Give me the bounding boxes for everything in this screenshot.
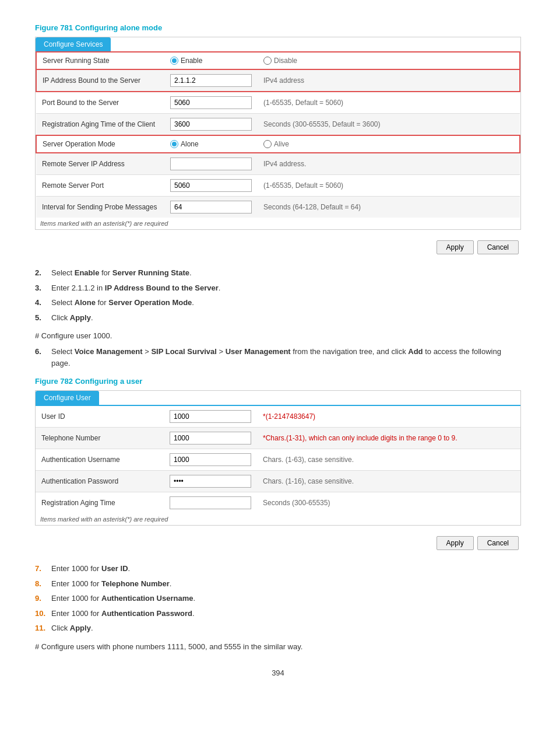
- row-input[interactable]: [164, 471, 257, 492]
- steps-before: 2. Select Enable for Server Running Stat…: [35, 267, 521, 323]
- row-hint: *Chars.(1-31), which can only include di…: [257, 428, 520, 449]
- table-row: Telephone Number *Chars.(1-31), which ca…: [36, 428, 520, 449]
- user-id-input[interactable]: [170, 410, 251, 423]
- figure781-tab: Configure Services: [36, 37, 111, 51]
- radio-alone[interactable]: [170, 140, 178, 148]
- steps-after: 7. Enter 1000 for User ID. 8. Enter 1000…: [35, 563, 521, 634]
- table-row: Port Bound to the Server (1-65535, Defau…: [36, 92, 520, 114]
- figure782-tab: Configure User: [36, 391, 99, 405]
- table-row: Registration Aging Time Seconds (300-655…: [36, 492, 520, 514]
- step-5: 5. Click Apply.: [35, 312, 521, 324]
- row-hint: (1-65535, Default = 5060): [258, 92, 520, 114]
- figure781-table: Server Running State Enable Disable: [36, 51, 520, 218]
- row-hint: *(1-2147483647): [257, 405, 520, 428]
- page-number: 394: [35, 668, 521, 677]
- telephone-input[interactable]: [170, 432, 251, 444]
- port-input[interactable]: [170, 96, 252, 109]
- table-row: IP Address Bound to the Server IPv4 addr…: [36, 69, 520, 92]
- step-7: 7. Enter 1000 for User ID.: [35, 563, 521, 575]
- figure781-title: Figure 781 Configuring alone mode: [35, 23, 521, 32]
- table-row: Server Operation Mode Alone Alive: [36, 135, 520, 153]
- table-row: User ID *(1-2147483647): [36, 405, 520, 428]
- row-hint: IPv4 address.: [258, 153, 520, 175]
- row-input[interactable]: [164, 92, 258, 114]
- auth-username-input[interactable]: [170, 453, 251, 466]
- remote-port-input[interactable]: [170, 179, 252, 192]
- figure781-button-row: Apply Cancel: [35, 236, 521, 259]
- radio-disable[interactable]: [263, 57, 272, 65]
- row-label: Port Bound to the Server: [36, 92, 164, 114]
- row-hint: Alive: [258, 135, 520, 153]
- figure782-footnote: Items marked with an asterisk(*) are req…: [36, 513, 520, 525]
- row-input[interactable]: [164, 197, 258, 218]
- figure782-button-row: Apply Cancel: [35, 531, 521, 555]
- table-row: Remote Server IP Address IPv4 address.: [36, 153, 520, 175]
- row-label: Authentication Username: [36, 449, 164, 471]
- figure781-apply-button[interactable]: Apply: [437, 240, 474, 254]
- row-label: Interval for Sending Probe Messages: [36, 197, 164, 218]
- table-row: Authentication Password Chars. (1-16), c…: [36, 471, 520, 492]
- auth-password-input[interactable]: [170, 475, 251, 488]
- figure782-cancel-button[interactable]: Cancel: [477, 536, 519, 550]
- row-label: Authentication Password: [36, 471, 164, 492]
- reg-aging-time-input[interactable]: [170, 496, 251, 509]
- row-hint: Seconds (64-128, Default = 64): [258, 197, 520, 218]
- table-row: Remote Server Port (1-65535, Default = 5…: [36, 175, 520, 197]
- row-label: Server Operation Mode: [36, 135, 164, 153]
- row-input[interactable]: [164, 428, 257, 449]
- figure781-table-wrapper: Configure Services Server Running State …: [35, 37, 521, 230]
- comment2: # Configure users with phone numbers 111…: [35, 642, 521, 651]
- row-input[interactable]: Enable: [164, 52, 258, 69]
- table-row: Interval for Sending Probe Messages Seco…: [36, 197, 520, 218]
- step-3: 3. Enter 2.1.1.2 in IP Address Bound to …: [35, 282, 521, 294]
- step-6: 6. Select Voice Management > SIP Local S…: [35, 346, 521, 369]
- row-hint: Chars. (1-63), case sensitive.: [257, 449, 520, 471]
- row-input[interactable]: [164, 449, 257, 471]
- table-row: Registration Aging Time of the Client Se…: [36, 114, 520, 136]
- row-input[interactable]: [164, 405, 257, 428]
- row-label: Registration Aging Time of the Client: [36, 114, 164, 136]
- row-label: Registration Aging Time: [36, 492, 164, 514]
- row-input[interactable]: [164, 175, 258, 197]
- row-hint: Disable: [258, 52, 520, 69]
- figure782-table: User ID *(1-2147483647) Telephone Number…: [36, 405, 520, 513]
- row-hint: (1-65535, Default = 5060): [258, 175, 520, 197]
- step-2: 2. Select Enable for Server Running Stat…: [35, 267, 521, 279]
- ip-address-input[interactable]: [170, 74, 252, 87]
- row-hint: Chars. (1-16), case sensitive.: [257, 471, 520, 492]
- radio-enable[interactable]: [170, 57, 178, 65]
- reg-aging-input[interactable]: [170, 118, 252, 131]
- figure781-cancel-button[interactable]: Cancel: [477, 240, 519, 254]
- row-input[interactable]: [164, 153, 258, 175]
- figure781-footnote: Items marked with an asterisk(*) are req…: [36, 218, 520, 229]
- row-label: Remote Server IP Address: [36, 153, 164, 175]
- remote-ip-input[interactable]: [170, 158, 252, 170]
- figure782-table-wrapper: Configure User User ID *(1-2147483647) T…: [35, 390, 521, 526]
- row-hint: IPv4 address: [258, 69, 520, 92]
- step-11: 11. Click Apply.: [35, 622, 521, 634]
- row-hint: Seconds (300-65535): [257, 492, 520, 514]
- comment1: # Configure user 1000.: [35, 331, 521, 340]
- row-label: Telephone Number: [36, 428, 164, 449]
- table-row: Server Running State Enable Disable: [36, 52, 520, 69]
- step-9: 9. Enter 1000 for Authentication Usernam…: [35, 593, 521, 604]
- row-label: IP Address Bound to the Server: [36, 69, 164, 92]
- table-row: Authentication Username Chars. (1-63), c…: [36, 449, 520, 471]
- row-input[interactable]: [164, 69, 258, 92]
- radio-alive[interactable]: [263, 140, 272, 148]
- row-label: Remote Server Port: [36, 175, 164, 197]
- figure782-apply-button[interactable]: Apply: [437, 536, 474, 550]
- row-hint: Seconds (300-65535, Default = 3600): [258, 114, 520, 136]
- step-8: 8. Enter 1000 for Telephone Number.: [35, 578, 521, 590]
- row-label: User ID: [36, 405, 164, 428]
- figure782-title: Figure 782 Configuring a user: [35, 377, 521, 386]
- row-input[interactable]: Alone: [164, 135, 258, 153]
- step-4: 4. Select Alone for Server Operation Mod…: [35, 297, 521, 309]
- row-input[interactable]: [164, 492, 257, 514]
- row-input[interactable]: [164, 114, 258, 136]
- step-10: 10. Enter 1000 for Authentication Passwo…: [35, 608, 521, 620]
- interval-input[interactable]: [170, 201, 252, 214]
- row-label: Server Running State: [36, 52, 164, 69]
